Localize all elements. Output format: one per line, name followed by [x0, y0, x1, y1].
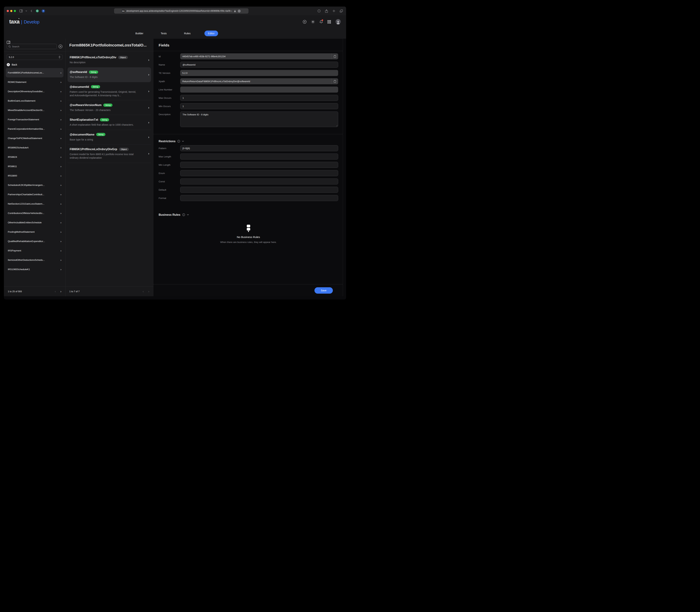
- tab-builder[interactable]: Builder: [132, 30, 147, 36]
- max-length-input[interactable]: [180, 154, 338, 159]
- pagination-next-icon[interactable]: ›: [148, 290, 149, 293]
- sidebar-item[interactable]: IRS8611›: [6, 162, 64, 171]
- browser-toolbar: taxa development.app.taxa.ai/develop/edi…: [4, 6, 346, 15]
- field-list-item[interactable]: @documentNameStringBase type for a strin…: [68, 130, 151, 144]
- format-input[interactable]: [180, 195, 338, 201]
- field-label: TE Version: [159, 72, 180, 74]
- sidebar-item[interactable]: OtherIncludibleEntitiesSchedule›: [6, 218, 64, 227]
- form-row: Max Length: [159, 154, 338, 159]
- share-icon[interactable]: [324, 9, 328, 13]
- tab-overview-icon[interactable]: [339, 9, 343, 13]
- save-button[interactable]: Save: [314, 287, 333, 294]
- sidebar-item[interactable]: IRS1065ScheduleK1›: [6, 265, 64, 274]
- browser-sidebar-icon[interactable]: [19, 9, 23, 13]
- add-new-icon[interactable]: [303, 20, 307, 24]
- chevron-right-icon: ›: [60, 268, 62, 271]
- enum-input[interactable]: [180, 170, 338, 176]
- tab-rules[interactable]: Rules: [180, 30, 194, 36]
- pattern-input[interactable]: [180, 145, 338, 151]
- sidebar-item[interactable]: ForeignTransactionStatement›: [6, 115, 64, 124]
- version-select[interactable]: 5.2.0: [7, 54, 63, 60]
- page-info-icon[interactable]: [317, 9, 321, 13]
- notifications-bell-icon[interactable]: [319, 20, 323, 24]
- field-list-item[interactable]: F8865K1PrtflIncmLsTotOrdnryDivObjectNo d…: [68, 53, 151, 67]
- xpath-input[interactable]: [180, 78, 332, 84]
- field-description: Base type for a string: [70, 138, 139, 141]
- collapse-section-icon[interactable]: [187, 214, 189, 215]
- field-description: Content model for form 8865 K1 portfolio…: [70, 152, 139, 160]
- search-input[interactable]: [12, 45, 55, 48]
- collapse-sidebar-icon[interactable]: [7, 41, 63, 44]
- sidebar-item[interactable]: BuiltInGainLossStatement›: [6, 96, 64, 106]
- field-list-item[interactable]: ShortExplanationTxtStringA short explana…: [68, 115, 151, 130]
- sidebar-item[interactable]: ItemizedOtherDeductionsSchedu...›: [6, 255, 64, 265]
- user-avatar[interactable]: [336, 19, 341, 24]
- sidebar-item[interactable]: Form8865K1PortfolioIncomeLos...›: [6, 68, 64, 78]
- field-list-item[interactable]: F8865K1PrtflIncmLsOrdnryDivGrpObjectCont…: [68, 144, 151, 163]
- business-rules-icon: [245, 225, 252, 232]
- id-input[interactable]: [180, 53, 332, 59]
- tab-editor[interactable]: Editor: [204, 30, 218, 36]
- pagination-prev-icon[interactable]: ‹: [143, 290, 144, 293]
- pagination-prev-icon[interactable]: ‹: [55, 290, 56, 293]
- pagination-next-icon[interactable]: ›: [60, 290, 62, 293]
- collapse-section-icon[interactable]: [182, 141, 184, 142]
- sidebar-item-label: IRS3800: [8, 175, 60, 177]
- new-tab-icon[interactable]: [332, 9, 336, 13]
- line-number-input[interactable]: [180, 86, 338, 93]
- field-list-item[interactable]: @softwareVersionNumStringThe Software Ve…: [68, 100, 151, 115]
- sidebar-item[interactable]: IRSPayment›: [6, 246, 64, 255]
- max-occurs-input[interactable]: [180, 95, 338, 101]
- minimize-window-button[interactable]: [10, 10, 12, 12]
- tab-tests[interactable]: Tests: [157, 30, 170, 36]
- chevron-right-icon: ›: [60, 146, 62, 149]
- field-label: Enum: [159, 172, 180, 175]
- chevron-right-icon: ›: [60, 203, 62, 205]
- info-icon[interactable]: [182, 213, 185, 216]
- field-list-item[interactable]: @softwareIdStringThe Software ID - 8 dig…: [68, 67, 151, 82]
- close-window-button[interactable]: [7, 10, 9, 12]
- sidebar-item[interactable]: QualifiedRehabilitationExpenditur...›: [6, 237, 64, 246]
- name-input[interactable]: [180, 62, 338, 68]
- copy-button[interactable]: [332, 53, 338, 59]
- field-description: A short explanation field that allows up…: [70, 123, 139, 126]
- address-bar[interactable]: taxa development.app.taxa.ai/develop/edi…: [114, 8, 248, 14]
- sidebar-item[interactable]: PoolingMethodStatement›: [6, 227, 64, 237]
- sidebar-item[interactable]: REMICStatement›: [6, 78, 64, 87]
- back-button[interactable]: Back: [7, 63, 63, 66]
- sidebar-item[interactable]: IRS3800›: [6, 171, 64, 180]
- sidebar-item[interactable]: ParentCorporationInformationSta...›: [6, 124, 64, 134]
- description-textarea[interactable]: [180, 112, 338, 127]
- min-length-input[interactable]: [180, 162, 338, 168]
- back-navigation-icon[interactable]: [29, 9, 33, 13]
- grammarly-extension-icon[interactable]: [35, 9, 39, 13]
- sidebar-item[interactable]: DescriptionOfInventoryGoodsBei...›: [6, 87, 64, 96]
- onepassword-extension-icon[interactable]: [41, 9, 45, 13]
- chevron-right-icon: ›: [148, 121, 149, 124]
- zoom-window-button[interactable]: [14, 10, 16, 12]
- te-version-input[interactable]: [180, 70, 338, 76]
- field-list-pagination: 1 to 7 of 7 ‹ ›: [65, 287, 153, 296]
- min-occurs-input[interactable]: [180, 103, 338, 109]
- theme-toggle-icon[interactable]: [311, 20, 315, 24]
- resize-handle-icon[interactable]: [336, 125, 337, 126]
- sidebar-item[interactable]: ChangeToIPICMethodStatement›: [6, 134, 64, 143]
- sidebar-item[interactable]: IRS8824›: [6, 152, 64, 162]
- sidebar-item[interactable]: IRS8992ScheduleA›: [6, 143, 64, 152]
- sidebar-item[interactable]: MixedStraddleAccountElectionSt...›: [6, 106, 64, 115]
- sidebar-item-label: ForeignTransactionStatement: [8, 118, 60, 121]
- sidebar-item[interactable]: SchedulesK2K3SplitterArrangem...›: [6, 180, 64, 190]
- chevron-down-icon[interactable]: [25, 9, 27, 13]
- add-schema-icon[interactable]: [58, 44, 63, 48]
- copy-button[interactable]: [332, 78, 338, 84]
- sidebar-item[interactable]: NetSection1231GainLossStatem...›: [6, 199, 64, 208]
- sidebar-item-label: IRS8824: [8, 156, 60, 158]
- const-input[interactable]: [180, 179, 338, 184]
- reader-options-icon[interactable]: [238, 9, 241, 13]
- default-input[interactable]: [180, 187, 338, 193]
- info-icon[interactable]: [177, 140, 180, 142]
- sidebar-item[interactable]: PartnershipsCharitableContributi...›: [6, 190, 64, 199]
- apps-grid-icon[interactable]: [327, 20, 331, 24]
- field-list-item[interactable]: @documentIdStringPattern used for genera…: [68, 82, 151, 100]
- sidebar-item[interactable]: ContributionsOfMotorVehiclesBo...›: [6, 208, 64, 218]
